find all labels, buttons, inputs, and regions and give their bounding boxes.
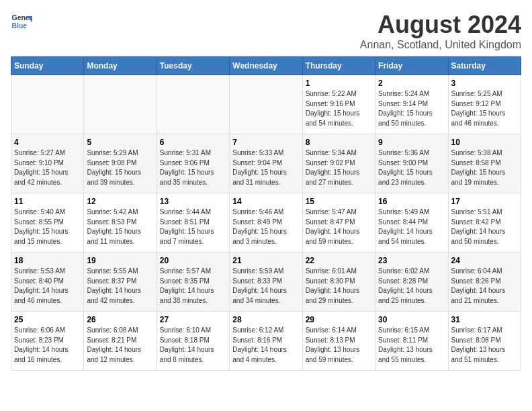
- calendar-cell: 19Sunrise: 5:55 AMSunset: 8:37 PMDayligh…: [84, 253, 157, 312]
- day-number: 9: [378, 138, 445, 147]
- calendar-cell: 16Sunrise: 5:49 AMSunset: 8:44 PMDayligh…: [375, 193, 448, 253]
- day-number: 31: [451, 315, 518, 324]
- header-sunday: Sunday: [11, 57, 84, 75]
- day-info: Sunrise: 5:57 AMSunset: 8:35 PMDaylight:…: [160, 267, 226, 306]
- calendar-cell: 1Sunrise: 5:22 AMSunset: 9:16 PMDaylight…: [302, 75, 375, 134]
- day-number: 18: [14, 256, 81, 265]
- day-info: Sunrise: 5:24 AMSunset: 9:14 PMDaylight:…: [378, 89, 445, 128]
- calendar-cell: [157, 75, 229, 134]
- day-number: 8: [306, 138, 372, 147]
- calendar-cell: 9Sunrise: 5:36 AMSunset: 9:00 PMDaylight…: [375, 134, 448, 193]
- calendar-location: Annan, Scotland, United Kingdom: [360, 39, 521, 51]
- day-number: 29: [306, 315, 372, 324]
- day-number: 26: [87, 315, 153, 324]
- calendar-cell: 3Sunrise: 5:25 AMSunset: 9:12 PMDaylight…: [448, 75, 521, 134]
- page-header: General Blue General Blue August 2024 An…: [11, 11, 521, 51]
- calendar-cell: 25Sunrise: 6:06 AMSunset: 8:23 PMDayligh…: [11, 312, 84, 371]
- calendar-cell: 2Sunrise: 5:24 AMSunset: 9:14 PMDaylight…: [375, 75, 448, 134]
- day-number: 5: [87, 138, 153, 147]
- calendar-cell: 7Sunrise: 5:33 AMSunset: 9:04 PMDaylight…: [230, 134, 302, 193]
- calendar-cell: 24Sunrise: 6:04 AMSunset: 8:26 PMDayligh…: [448, 253, 521, 312]
- day-number: 15: [306, 197, 372, 206]
- day-info: Sunrise: 6:01 AMSunset: 8:30 PMDaylight:…: [306, 267, 372, 306]
- logo-icon: General Blue: [11, 11, 32, 32]
- week-row-4: 25Sunrise: 6:06 AMSunset: 8:23 PMDayligh…: [11, 312, 521, 371]
- day-number: 28: [232, 315, 299, 324]
- day-number: 25: [14, 315, 81, 324]
- day-number: 3: [451, 79, 518, 88]
- header-monday: Monday: [84, 57, 157, 75]
- day-number: 22: [306, 256, 372, 265]
- day-info: Sunrise: 6:12 AMSunset: 8:16 PMDaylight:…: [232, 326, 299, 365]
- svg-text:Blue: Blue: [12, 22, 28, 30]
- day-number: 11: [14, 197, 81, 206]
- day-info: Sunrise: 5:40 AMSunset: 8:55 PMDaylight:…: [14, 208, 81, 246]
- day-info: Sunrise: 6:15 AMSunset: 8:11 PMDaylight:…: [378, 326, 445, 365]
- calendar-cell: 28Sunrise: 6:12 AMSunset: 8:16 PMDayligh…: [230, 312, 302, 371]
- header-tuesday: Tuesday: [157, 57, 229, 75]
- day-number: 12: [87, 197, 153, 206]
- calendar-title: August 2024: [360, 11, 521, 39]
- day-info: Sunrise: 6:06 AMSunset: 8:23 PMDaylight:…: [14, 326, 81, 365]
- day-number: 19: [87, 256, 153, 265]
- week-row-1: 4Sunrise: 5:27 AMSunset: 9:10 PMDaylight…: [11, 134, 521, 193]
- calendar-cell: 30Sunrise: 6:15 AMSunset: 8:11 PMDayligh…: [375, 312, 448, 371]
- day-info: Sunrise: 5:53 AMSunset: 8:40 PMDaylight:…: [14, 267, 81, 306]
- calendar-cell: 23Sunrise: 6:02 AMSunset: 8:28 PMDayligh…: [375, 253, 448, 312]
- header-friday: Friday: [375, 57, 448, 75]
- calendar-cell: 26Sunrise: 6:08 AMSunset: 8:21 PMDayligh…: [84, 312, 157, 371]
- calendar-cell: 12Sunrise: 5:42 AMSunset: 8:53 PMDayligh…: [84, 193, 157, 253]
- day-info: Sunrise: 5:46 AMSunset: 8:49 PMDaylight:…: [232, 208, 299, 246]
- day-info: Sunrise: 5:47 AMSunset: 8:47 PMDaylight:…: [306, 208, 372, 246]
- calendar-cell: 18Sunrise: 5:53 AMSunset: 8:40 PMDayligh…: [11, 253, 84, 312]
- calendar-cell: 10Sunrise: 5:38 AMSunset: 8:58 PMDayligh…: [448, 134, 521, 193]
- day-number: 13: [160, 197, 226, 206]
- title-block: August 2024 Annan, Scotland, United King…: [360, 11, 521, 51]
- calendar-cell: 11Sunrise: 5:40 AMSunset: 8:55 PMDayligh…: [11, 193, 84, 253]
- day-number: 16: [378, 197, 445, 206]
- day-number: 20: [160, 256, 226, 265]
- day-info: Sunrise: 5:25 AMSunset: 9:12 PMDaylight:…: [451, 89, 518, 128]
- day-number: 6: [160, 138, 226, 147]
- calendar-cell: [11, 75, 84, 134]
- week-row-3: 18Sunrise: 5:53 AMSunset: 8:40 PMDayligh…: [11, 253, 521, 312]
- calendar-cell: 15Sunrise: 5:47 AMSunset: 8:47 PMDayligh…: [302, 193, 375, 253]
- day-info: Sunrise: 6:04 AMSunset: 8:26 PMDaylight:…: [451, 267, 518, 306]
- day-number: 21: [232, 256, 299, 265]
- day-info: Sunrise: 5:36 AMSunset: 9:00 PMDaylight:…: [378, 148, 445, 187]
- day-number: 10: [451, 138, 518, 147]
- day-info: Sunrise: 5:33 AMSunset: 9:04 PMDaylight:…: [232, 148, 299, 187]
- day-info: Sunrise: 5:27 AMSunset: 9:10 PMDaylight:…: [14, 148, 81, 187]
- calendar-table: Sunday Monday Tuesday Wednesday Thursday…: [11, 56, 521, 371]
- calendar-cell: 8Sunrise: 5:34 AMSunset: 9:02 PMDaylight…: [302, 134, 375, 193]
- day-number: 17: [451, 197, 518, 206]
- day-info: Sunrise: 5:38 AMSunset: 8:58 PMDaylight:…: [451, 148, 518, 187]
- calendar-cell: 14Sunrise: 5:46 AMSunset: 8:49 PMDayligh…: [230, 193, 302, 253]
- calendar-cell: [230, 75, 302, 134]
- header-wednesday: Wednesday: [230, 57, 302, 75]
- header-saturday: Saturday: [448, 57, 521, 75]
- day-info: Sunrise: 5:42 AMSunset: 8:53 PMDaylight:…: [87, 208, 153, 246]
- day-number: 14: [232, 197, 299, 206]
- week-row-0: 1Sunrise: 5:22 AMSunset: 9:16 PMDaylight…: [11, 75, 521, 134]
- day-info: Sunrise: 6:08 AMSunset: 8:21 PMDaylight:…: [87, 326, 153, 365]
- day-info: Sunrise: 5:34 AMSunset: 9:02 PMDaylight:…: [306, 148, 372, 187]
- day-info: Sunrise: 5:49 AMSunset: 8:44 PMDaylight:…: [378, 208, 445, 246]
- calendar-cell: 27Sunrise: 6:10 AMSunset: 8:18 PMDayligh…: [157, 312, 229, 371]
- calendar-cell: 29Sunrise: 6:14 AMSunset: 8:13 PMDayligh…: [302, 312, 375, 371]
- day-number: 7: [232, 138, 299, 147]
- day-number: 4: [14, 138, 81, 147]
- day-info: Sunrise: 5:59 AMSunset: 8:33 PMDaylight:…: [232, 267, 299, 306]
- calendar-cell: 31Sunrise: 6:17 AMSunset: 8:08 PMDayligh…: [448, 312, 521, 371]
- day-info: Sunrise: 5:29 AMSunset: 9:08 PMDaylight:…: [87, 148, 153, 187]
- day-number: 23: [378, 256, 445, 265]
- calendar-header-row: Sunday Monday Tuesday Wednesday Thursday…: [11, 57, 521, 75]
- day-number: 30: [378, 315, 445, 324]
- day-number: 24: [451, 256, 518, 265]
- logo: General Blue General Blue: [11, 11, 32, 32]
- day-info: Sunrise: 5:55 AMSunset: 8:37 PMDaylight:…: [87, 267, 153, 306]
- calendar-cell: 5Sunrise: 5:29 AMSunset: 9:08 PMDaylight…: [84, 134, 157, 193]
- day-info: Sunrise: 5:22 AMSunset: 9:16 PMDaylight:…: [306, 89, 372, 128]
- calendar-cell: 6Sunrise: 5:31 AMSunset: 9:06 PMDaylight…: [157, 134, 229, 193]
- week-row-2: 11Sunrise: 5:40 AMSunset: 8:55 PMDayligh…: [11, 193, 521, 253]
